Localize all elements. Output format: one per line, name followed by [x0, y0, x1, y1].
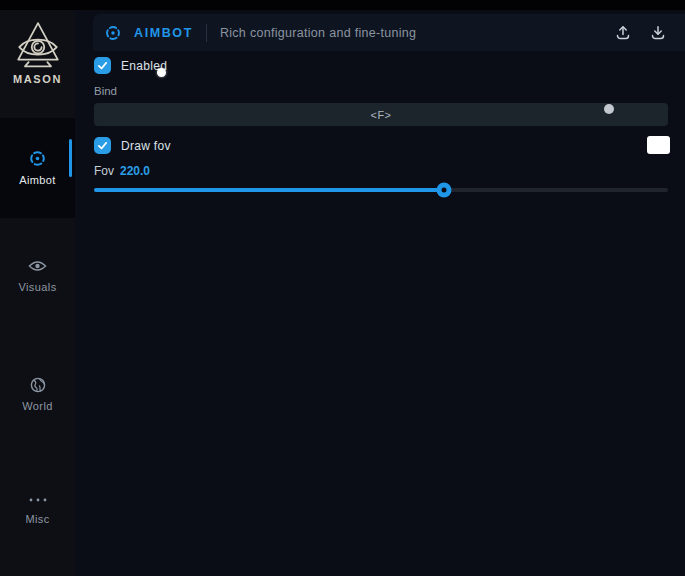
enabled-checkbox[interactable] [94, 57, 111, 74]
fov-slider-fill [94, 188, 444, 192]
fov-slider-handle[interactable] [437, 183, 452, 198]
sidebar-item-label: Aimbot [19, 174, 56, 186]
fov-slider[interactable] [94, 183, 668, 197]
sidebar-item-visuals[interactable]: Visuals [0, 258, 75, 293]
crosshair-icon [104, 25, 122, 41]
slider-handle-hole [442, 188, 447, 193]
upload-config-button[interactable] [612, 22, 634, 44]
download-config-button[interactable] [647, 22, 669, 44]
check-icon [96, 139, 109, 152]
brand-logo: MASON [0, 20, 75, 85]
draw-fov-row: Draw fov [94, 137, 171, 154]
fov-label: Fov [94, 164, 114, 178]
active-indicator [69, 139, 72, 177]
ellipsis-icon [28, 496, 48, 504]
bind-key-field[interactable]: <F> [94, 103, 668, 126]
sidebar-item-label: Misc [25, 513, 49, 525]
header-divider [206, 24, 207, 42]
sidebar-item-misc[interactable]: Misc [0, 496, 75, 525]
sidebar: MASON Aimbot Visuals [0, 0, 75, 576]
download-icon [649, 24, 667, 42]
fov-color-swatch[interactable] [647, 136, 670, 154]
bind-label: Bind [94, 85, 117, 97]
bind-field-dot [604, 104, 614, 114]
bind-key-value: <F> [370, 109, 391, 121]
sidebar-item-label: Visuals [18, 281, 56, 293]
fov-value: 220.0 [120, 164, 150, 178]
globe-icon [30, 377, 46, 393]
page-header: AIMBOT Rich configuration and fine-tunin… [93, 14, 685, 51]
page-subtitle: Rich configuration and fine-tuning [220, 26, 416, 40]
fov-value-row: Fov 220.0 [94, 164, 150, 178]
eye-icon [28, 258, 47, 274]
draw-fov-label: Draw fov [121, 139, 171, 153]
sidebar-item-aimbot[interactable]: Aimbot [0, 118, 75, 218]
top-strip [0, 0, 685, 10]
mason-pyramid-eye-icon [13, 20, 63, 70]
sidebar-item-world[interactable]: World [0, 377, 75, 412]
check-icon [96, 59, 109, 72]
page-title: AIMBOT [134, 26, 193, 40]
brand-name: MASON [0, 73, 75, 85]
crosshair-icon [28, 150, 47, 166]
draw-fov-checkbox[interactable] [94, 137, 111, 154]
sidebar-item-label: World [22, 400, 53, 412]
mason-app-window: MASON Aimbot Visuals [0, 0, 685, 576]
mouse-cursor-dot [157, 68, 166, 77]
upload-icon [614, 24, 632, 42]
